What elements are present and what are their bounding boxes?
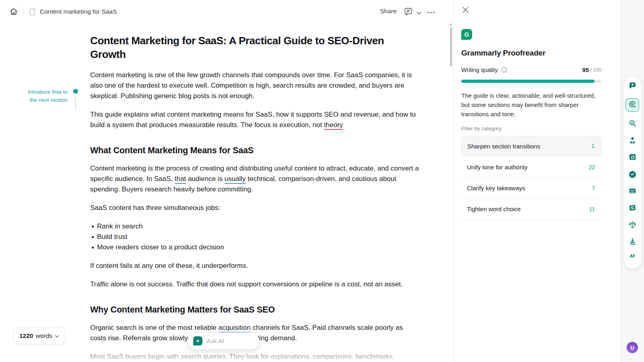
comment-sparkle-icon bbox=[628, 81, 637, 91]
category-label: Tighten word choice bbox=[467, 206, 521, 212]
ask-ai-button[interactable]: ✦ Ask AI bbox=[188, 332, 259, 350]
bullet-list: Rank in search Build trust Move readers … bbox=[90, 221, 419, 253]
word-count-label: words bbox=[35, 332, 52, 339]
user-avatar[interactable]: U bbox=[627, 342, 638, 353]
category-count: 11 bbox=[589, 206, 595, 212]
category-row[interactable]: Clarify key takeaways 7 bbox=[461, 178, 601, 199]
list-item: Rank in search bbox=[90, 221, 419, 232]
stamp-icon bbox=[628, 237, 637, 247]
person-heart-icon bbox=[628, 136, 637, 146]
paragraph: Content marketing is the process of crea… bbox=[90, 163, 419, 195]
personalize-button[interactable] bbox=[627, 136, 637, 146]
home-button[interactable] bbox=[9, 7, 19, 18]
paragraph-text: This guide explains what content marketi… bbox=[90, 111, 416, 129]
quality-score: 95 bbox=[582, 66, 589, 73]
paraphrase-rotate-icon bbox=[628, 153, 637, 163]
search-sparkle-icon bbox=[628, 119, 637, 129]
chevron-down-icon bbox=[55, 332, 59, 339]
badge-check-icon bbox=[628, 170, 637, 180]
doc-heading-2: Why Content Marketing Matters for SaaS S… bbox=[90, 304, 419, 315]
comment-anchor-line bbox=[75, 96, 76, 109]
doc-heading-2: What Content Marketing Means for SaaS bbox=[90, 145, 419, 156]
category-label: Sharpen section transitions bbox=[467, 143, 540, 150]
breadcrumb-doc-title: Content marketing for SaaS bbox=[40, 8, 117, 15]
paragraph-text: audience is bbox=[186, 175, 224, 183]
audience-icon bbox=[628, 187, 637, 197]
plagiarism-button[interactable] bbox=[627, 204, 637, 213]
close-icon bbox=[462, 6, 469, 15]
list-item: Move readers closer to a product decisio… bbox=[90, 242, 419, 253]
document-pane: Content marketing for SaaS Share Introdu… bbox=[0, 0, 453, 362]
paragraph: Most SaaS buyers begin with search queri… bbox=[90, 352, 419, 362]
category-card-selected[interactable]: Sharpen section transitions 1 bbox=[461, 136, 601, 156]
category-count: 7 bbox=[592, 185, 595, 191]
citations-button[interactable]: ” bbox=[627, 254, 637, 264]
quality-score-max: / 100 bbox=[590, 67, 601, 73]
category-row[interactable]: Tighten word choice 11 bbox=[461, 199, 601, 220]
scrollbar-up-arrow[interactable] bbox=[449, 23, 452, 25]
suggestion-underline-blue[interactable]: that bbox=[175, 175, 186, 184]
suggestion-underline-blue[interactable]: usually bbox=[225, 175, 246, 184]
scales-icon bbox=[628, 220, 637, 230]
grammarly-logo: G bbox=[461, 29, 472, 40]
suggestion-underline-red[interactable]: theory bbox=[324, 121, 343, 130]
list-item: Build trust bbox=[90, 232, 419, 242]
category-label: Clarify key takeaways bbox=[467, 185, 525, 191]
chevron-down-icon bbox=[417, 10, 421, 16]
more-options-button[interactable] bbox=[426, 10, 436, 16]
doc-heading-1: Content Marketing for SaaS: A Practical … bbox=[90, 34, 419, 61]
writing-quality-label: Writing quality bbox=[461, 67, 498, 73]
share-button[interactable]: Share bbox=[380, 8, 396, 15]
suggestion-underline-blue[interactable]: acquisition bbox=[218, 324, 250, 333]
home-icon bbox=[9, 7, 19, 18]
paragraph: If content fails at any one of these, it… bbox=[90, 261, 419, 271]
sidebar-title: Grammarly Proofreader bbox=[461, 49, 545, 58]
paragraph: This guide explains what content marketi… bbox=[90, 109, 419, 130]
info-icon[interactable] bbox=[501, 67, 507, 73]
paragraph: SaaS content has three simultaneous jobs… bbox=[90, 203, 419, 213]
writing-quality-row: Writing quality 95 / 100 bbox=[461, 66, 601, 73]
comment-icon bbox=[403, 6, 413, 18]
page-icon bbox=[28, 7, 37, 18]
stamp-button[interactable] bbox=[627, 237, 637, 247]
assistant-icon-rail: ” bbox=[623, 76, 642, 269]
audience-button[interactable] bbox=[627, 187, 637, 196]
quality-progress-track bbox=[461, 80, 601, 83]
comments-dropdown-button[interactable] bbox=[417, 10, 421, 16]
category-count: 1 bbox=[591, 143, 594, 149]
quotes-icon: ” bbox=[630, 256, 636, 262]
quality-summary: The guide is clear, actionable, and well… bbox=[461, 91, 605, 119]
grammarly-g-icon bbox=[628, 100, 637, 110]
ask-ai-sparkle-icon: ✦ bbox=[193, 336, 202, 346]
more-ellipsis-icon bbox=[426, 10, 436, 16]
document-content[interactable]: Content Marketing for SaaS: A Practical … bbox=[90, 34, 419, 362]
ask-ai-label: Ask AI bbox=[206, 337, 224, 345]
close-sidebar-button[interactable] bbox=[460, 6, 470, 15]
comments-button[interactable] bbox=[403, 6, 413, 18]
comment-sparkle-button[interactable] bbox=[627, 81, 637, 91]
paragraph-text: Most SaaS buyers begin with search queri… bbox=[90, 353, 395, 362]
paragraph-text: Organic search is one of the most reliab… bbox=[90, 324, 218, 331]
paragraph: Content marketing is one of the few grow… bbox=[90, 70, 419, 101]
filter-by-category-label: Filter by category bbox=[461, 125, 502, 132]
category-row[interactable]: Unify tone for authority 22 bbox=[461, 157, 601, 178]
grammarly-sidebar: G Grammarly Proofreader Writing quality … bbox=[453, 0, 621, 362]
quality-badge-button[interactable] bbox=[627, 170, 637, 179]
category-label: Unify tone for authority bbox=[467, 164, 528, 171]
scrollbar-thumb[interactable] bbox=[450, 27, 452, 66]
quality-progress-fill bbox=[461, 80, 594, 83]
margin-comment[interactable]: Introduce flow to the next section bbox=[21, 88, 68, 104]
category-count: 22 bbox=[588, 164, 595, 171]
topbar-divider bbox=[23, 6, 23, 17]
search-suggestions-button[interactable] bbox=[627, 119, 637, 129]
grammarly-assistant-button-active[interactable] bbox=[625, 98, 639, 112]
paraphrase-button[interactable] bbox=[627, 153, 637, 162]
word-count-button[interactable]: 1220 words bbox=[13, 327, 65, 344]
balance-button[interactable] bbox=[627, 220, 637, 230]
comment-anchor-dot[interactable] bbox=[73, 89, 78, 94]
paragraph: Traffic alone is not success. Traffic th… bbox=[90, 279, 419, 290]
doc-magnifier-icon bbox=[628, 204, 637, 214]
word-count-value: 1220 bbox=[19, 332, 33, 339]
category-list: Unify tone for authority 22 Clarify key … bbox=[461, 157, 601, 220]
